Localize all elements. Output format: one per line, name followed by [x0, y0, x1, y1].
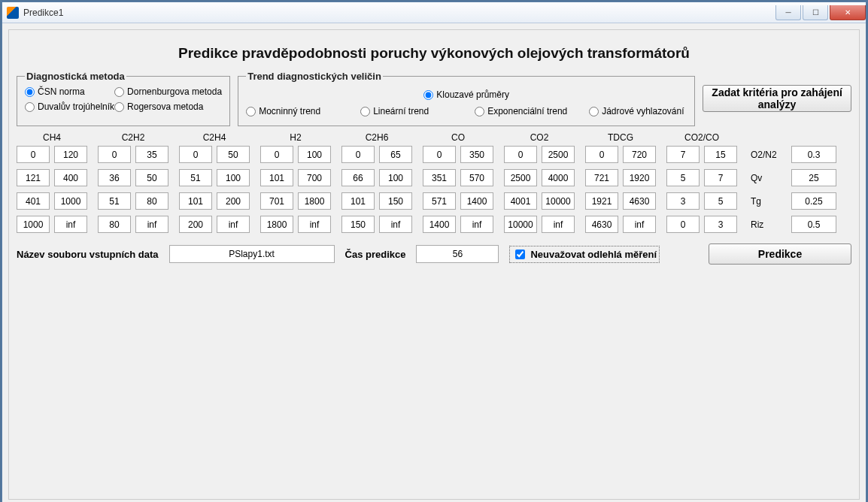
gas-cell[interactable]	[704, 169, 737, 186]
gas-cell[interactable]	[217, 216, 250, 233]
maximize-button[interactable]: ☐	[803, 5, 828, 20]
close-button[interactable]: ✕	[830, 5, 866, 20]
ratio-input[interactable]	[791, 146, 836, 163]
gas-cell[interactable]	[341, 192, 375, 210]
gas-cell[interactable]	[179, 169, 212, 186]
gas-cell[interactable]	[423, 192, 456, 210]
gas-cell[interactable]	[179, 216, 212, 233]
radio-dornenburg-input[interactable]	[114, 87, 124, 97]
ratio-input[interactable]	[791, 169, 836, 186]
gas-cell[interactable]	[298, 192, 331, 210]
gas-cell[interactable]	[341, 146, 375, 163]
gas-cell[interactable]	[623, 146, 656, 163]
radio-jadrove[interactable]: Jádrové vyhlazování	[589, 106, 687, 116]
gas-cell[interactable]	[623, 216, 656, 233]
file-input[interactable]	[169, 245, 335, 263]
radio-linearni-input[interactable]	[360, 107, 370, 116]
gas-cell[interactable]	[542, 216, 575, 233]
gas-cell[interactable]	[623, 169, 656, 186]
time-input[interactable]	[416, 245, 499, 263]
gas-cell[interactable]	[217, 146, 250, 163]
radio-dornenburg[interactable]: Dornenburgova metoda	[114, 86, 222, 97]
gas-cell[interactable]	[542, 146, 575, 163]
gas-cell[interactable]	[260, 192, 293, 210]
gas-cell[interactable]	[98, 146, 131, 163]
gas-cell[interactable]	[460, 169, 493, 186]
gas-cell[interactable]	[135, 146, 168, 163]
gas-cell[interactable]	[623, 192, 656, 210]
gas-cell[interactable]	[585, 169, 618, 186]
gas-cell[interactable]	[54, 192, 87, 210]
gas-cell[interactable]	[298, 146, 331, 163]
gas-cell[interactable]	[179, 192, 212, 210]
gas-cell[interactable]	[135, 169, 168, 186]
gas-cell[interactable]	[17, 216, 50, 233]
gas-cell[interactable]	[704, 192, 737, 210]
gas-cell[interactable]	[704, 216, 737, 233]
start-analysis-button[interactable]: Zadat kritéria pro zahájení analýzy	[703, 85, 851, 112]
radio-exponencialni-input[interactable]	[475, 107, 484, 116]
gas-cell[interactable]	[379, 169, 412, 186]
gas-cell[interactable]	[542, 192, 575, 210]
gas-cell[interactable]	[298, 216, 331, 233]
gas-cell[interactable]	[666, 192, 700, 210]
radio-csn-input[interactable]	[25, 87, 35, 97]
gas-cell[interactable]	[179, 146, 212, 163]
gas-cell[interactable]	[666, 169, 700, 186]
gas-cell[interactable]	[17, 169, 50, 186]
radio-duval-input[interactable]	[25, 102, 35, 112]
radio-rogers[interactable]: Rogersova metoda	[114, 101, 222, 112]
gas-cell[interactable]	[504, 146, 537, 163]
gas-cell[interactable]	[17, 192, 50, 210]
gas-cell[interactable]	[341, 216, 375, 233]
radio-exponencialni[interactable]: Exponenciální trend	[475, 106, 572, 116]
gas-cell[interactable]	[54, 146, 87, 163]
gas-cell[interactable]	[379, 146, 412, 163]
gas-cell[interactable]	[54, 169, 87, 186]
gas-cell[interactable]	[666, 146, 700, 163]
ratio-input[interactable]	[791, 192, 836, 210]
gas-cell[interactable]	[542, 169, 575, 186]
radio-rogers-input[interactable]	[114, 102, 124, 112]
gas-cell[interactable]	[260, 169, 293, 186]
gas-cell[interactable]	[260, 216, 293, 233]
gas-cell[interactable]	[423, 169, 456, 186]
gas-cell[interactable]	[666, 216, 700, 233]
gas-cell[interactable]	[460, 216, 493, 233]
gas-cell[interactable]	[260, 146, 293, 163]
minimize-button[interactable]: ─	[775, 5, 801, 20]
gas-cell[interactable]	[585, 146, 618, 163]
radio-csn[interactable]: ČSN norma	[25, 86, 114, 97]
gas-cell[interactable]	[98, 169, 131, 186]
gas-cell[interactable]	[135, 192, 168, 210]
gas-cell[interactable]	[504, 169, 537, 186]
gas-cell[interactable]	[217, 169, 250, 186]
gas-cell[interactable]	[298, 169, 331, 186]
radio-klouzave-input[interactable]	[423, 90, 433, 100]
gas-cell[interactable]	[460, 192, 493, 210]
radio-mocninny[interactable]: Mocninný trend	[246, 106, 344, 116]
radio-klouzave[interactable]: Klouzavé průměry	[423, 89, 509, 100]
gas-cell[interactable]	[98, 216, 131, 233]
gas-cell[interactable]	[585, 216, 618, 233]
gas-cell[interactable]	[704, 146, 737, 163]
radio-mocninny-input[interactable]	[246, 107, 256, 116]
gas-cell[interactable]	[504, 192, 537, 210]
gas-cell[interactable]	[423, 216, 456, 233]
gas-cell[interactable]	[379, 216, 412, 233]
radio-duval[interactable]: Duvalův trojúhelník	[25, 101, 114, 112]
gas-cell[interactable]	[460, 146, 493, 163]
gas-cell[interactable]	[135, 216, 168, 233]
gas-cell[interactable]	[341, 169, 375, 186]
radio-linearni[interactable]: Lineární trend	[360, 106, 458, 116]
outlier-checkbox[interactable]	[515, 249, 525, 259]
radio-jadrove-input[interactable]	[589, 107, 599, 116]
gas-cell[interactable]	[423, 146, 456, 163]
gas-cell[interactable]	[585, 192, 618, 210]
gas-cell[interactable]	[217, 192, 250, 210]
ratio-input[interactable]	[791, 216, 836, 233]
gas-cell[interactable]	[17, 146, 50, 163]
predict-button[interactable]: Predikce	[709, 243, 851, 265]
outlier-checkbox-wrap[interactable]: Neuvažovat odlehlá měření	[509, 246, 660, 263]
gas-cell[interactable]	[98, 192, 131, 210]
